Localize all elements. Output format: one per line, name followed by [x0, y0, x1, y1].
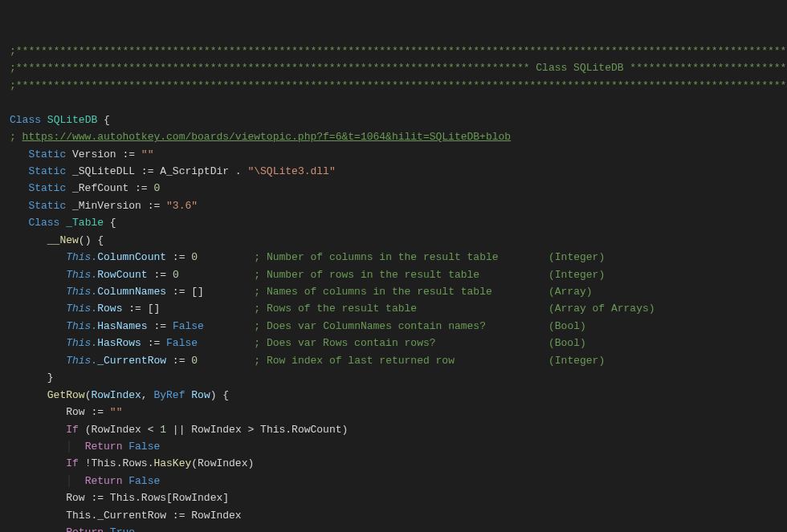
gr-assign-row: Row := This.Rows[RowIndex] [66, 492, 229, 504]
gr-return-false2: Return False [85, 475, 161, 487]
gr-init: Row := "" [66, 406, 122, 418]
subclass-decl: Class _Table { [28, 217, 116, 229]
static-sqlitedll: Static _SQLiteDLL := A_ScriptDir . "\SQL… [28, 165, 335, 177]
body-currentrow: This._CurrentRow := 0 ; Row index of las… [66, 355, 605, 367]
class-decl: Class SQLiteDB { [10, 114, 110, 126]
gr-return-true: Return True [66, 526, 135, 532]
static-version: Static Version := "" [28, 148, 153, 160]
sep-line: ;***************************************… [10, 79, 787, 91]
body-hasrows: This.HasRows := False ; Does var Rows co… [66, 337, 586, 349]
gr-if2: If !This.Rows.HasKey(RowIndex) [66, 457, 254, 469]
sep-line: ;***************************************… [10, 45, 787, 57]
body-columnnames: This.ColumnNames := [] ; Names of column… [66, 286, 592, 298]
body-rows: This.Rows := [] ; Rows of the result tab… [66, 303, 654, 315]
body-rowcount: This.RowCount := 0 ; Number of rows in t… [66, 269, 605, 281]
code-block: ;***************************************… [10, 43, 779, 532]
body-columncount: This.ColumnCount := 0 ; Number of column… [66, 251, 605, 263]
static-refcount: Static _RefCount := 0 [28, 182, 160, 194]
title-line: ;***************************************… [10, 62, 786, 74]
source-link[interactable]: https://www.autohotkey.com/boards/viewto… [22, 131, 512, 143]
gr-if1: If (RowIndex < 1 || RowIndex > This.RowC… [66, 424, 348, 436]
gr-return-false1: Return False [85, 441, 161, 453]
body-hasnames: This.HasNames := False ; Does var Column… [66, 320, 586, 332]
static-minversion: Static _MinVersion := "3.6" [28, 200, 198, 212]
new-method: __New() { [47, 234, 104, 246]
link-line: ; https://www.autohotkey.com/boards/view… [10, 131, 511, 143]
close-brace: } [47, 372, 54, 384]
getrow-method: GetRow(RowIndex, ByRef Row) { [47, 389, 229, 401]
gr-assign-current: This._CurrentRow := RowIndex [66, 510, 241, 522]
